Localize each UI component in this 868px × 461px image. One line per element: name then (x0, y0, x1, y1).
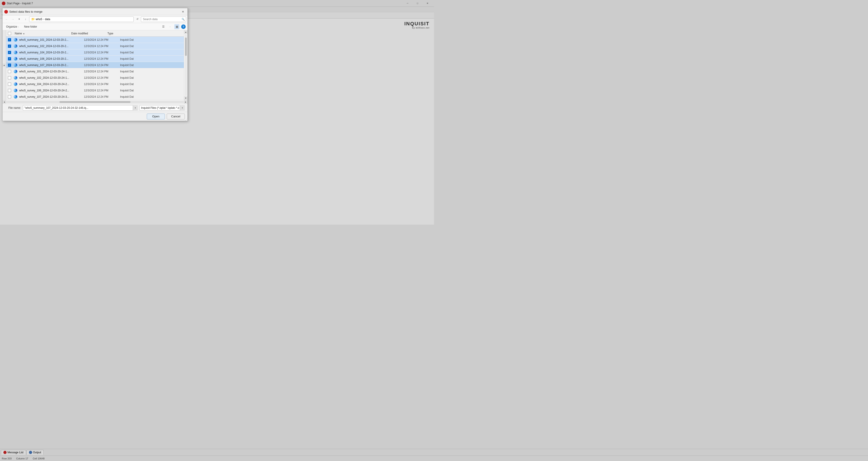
file-icon-col (13, 57, 18, 61)
row-checkbox[interactable]: ✓ (8, 44, 11, 48)
table-row[interactable]: who5_survey_106_2024-12-03-20-24-2... 12… (6, 87, 184, 94)
new-folder-button[interactable]: New folder (22, 24, 39, 29)
filetype-select-wrapper: Inquisit Files (*.iqdat *.iqdatc *.d ▾ (140, 105, 185, 111)
header-date-col: Date modified (69, 32, 105, 35)
select-all-checkbox[interactable] (8, 32, 11, 35)
row-checkbox-col (6, 95, 13, 98)
file-date-cell: 12/3/2024 12:24 PM (82, 89, 118, 92)
filename-dropdown-btn[interactable]: ▾ (133, 105, 138, 111)
search-input[interactable] (141, 17, 186, 22)
file-icon (14, 51, 18, 54)
filename-row: File name: ▾ Inquisit Files (*.iqdat *.i… (2, 103, 187, 112)
file-name-cell: who5_survey_104_2024-12-03-20-24-2... (18, 83, 82, 86)
scroll-right-btn[interactable]: ► (184, 100, 187, 104)
file-icon (14, 82, 18, 86)
dialog-close-button[interactable]: ✕ (180, 9, 186, 14)
row-checkbox-col (6, 83, 13, 86)
dropdown-button[interactable]: ▾ (17, 17, 22, 22)
table-row[interactable]: ✓ who5_summary_106_2024-12-03-20-2... 12… (6, 56, 184, 62)
file-date-cell: 12/3/2024 12:24 PM (82, 51, 118, 54)
table-row[interactable]: who5_survey_101_2024-12-03-20-24-1... 12… (6, 68, 184, 75)
dialog-title-bar: Select data files to merge ✕ (2, 8, 187, 16)
filetype-select[interactable]: Inquisit Files (*.iqdat *.iqdatc *.d (140, 105, 185, 111)
file-type-cell: Inquisit Dat (118, 83, 184, 86)
table-row[interactable]: who5_survey_102_2024-12-03-20-24-1... 12… (6, 75, 184, 81)
row-checkbox-col: ✓ (6, 51, 13, 54)
row-checkbox[interactable] (8, 95, 11, 98)
header-name-col[interactable]: Name ▲ (13, 32, 69, 35)
up-button[interactable]: ↑ (23, 17, 28, 22)
file-date-cell: 12/3/2024 12:24 PM (82, 95, 118, 98)
header-checkbox-col (6, 32, 13, 35)
file-type-cell: Inquisit Dat (118, 57, 184, 60)
header-type-col: Type (105, 32, 184, 35)
file-date-cell: 12/3/2024 12:24 PM (82, 64, 118, 67)
file-list: Name ▲ Date modified Type ✓ who5_summary… (6, 30, 184, 100)
row-checkbox[interactable] (8, 83, 11, 86)
file-type-cell: Inquisit Dat (118, 89, 184, 92)
file-date-cell: 12/3/2024 12:24 PM (82, 76, 118, 80)
file-type-cell: Inquisit Dat (118, 51, 184, 54)
file-icon (14, 95, 18, 99)
file-icon (14, 76, 18, 80)
scroll-up-btn[interactable]: ▲ (184, 30, 188, 34)
row-checkbox[interactable] (8, 76, 11, 80)
file-type-cell: Inquisit Dat (118, 95, 184, 98)
back-button[interactable]: ← (4, 17, 9, 22)
row-checkbox-col: ✓ (6, 38, 13, 41)
refresh-button[interactable]: ↺ (134, 17, 140, 22)
hscroll-thumb (60, 101, 130, 103)
file-name-cell: who5_summary_101_2024-12-03-20-2... (18, 38, 82, 41)
sort-arrow-icon: ▲ (23, 32, 25, 35)
file-date-cell: 12/3/2024 12:24 PM (82, 44, 118, 48)
filename-label: File name: (5, 106, 21, 110)
open-button[interactable]: Open (147, 114, 165, 119)
cancel-button[interactable]: Cancel (167, 114, 185, 119)
filename-input[interactable] (23, 105, 138, 111)
table-row[interactable]: who5_survey_104_2024-12-03-20-24-2... 12… (6, 81, 184, 87)
view-detail-button[interactable]: · (167, 24, 173, 29)
table-row[interactable]: ✓ who5_summary_107_2024-12-03-20-2... 12… (6, 62, 184, 68)
file-name-cell: who5_summary_106_2024-12-03-20-2... (18, 57, 82, 60)
file-type-cell: Inquisit Dat (118, 76, 184, 80)
file-name-cell: who5_summary_104_2024-12-03-20-2... (18, 51, 82, 54)
table-row[interactable]: who5_survey_107_2024-12-03-20-24-3... 12… (6, 94, 184, 100)
row-checkbox[interactable]: ✓ (8, 38, 11, 41)
file-date-cell: 12/3/2024 12:24 PM (82, 83, 118, 86)
resize-grip[interactable]: ⋰ (185, 118, 187, 121)
scroll-down-btn[interactable]: ▼ (184, 96, 188, 100)
file-icon-col (13, 38, 18, 42)
row-checkbox[interactable]: ✓ (8, 51, 11, 54)
view-list-button[interactable]: ☰ (161, 24, 166, 29)
forward-button[interactable]: → (10, 17, 16, 22)
file-name-cell: who5_survey_102_2024-12-03-20-24-1... (18, 76, 82, 80)
view-tile-button[interactable]: ▦ (174, 24, 179, 29)
table-row[interactable]: ✓ who5_summary_101_2024-12-03-20-2... 12… (6, 37, 184, 43)
dialog-action-row: Open Cancel (2, 112, 187, 121)
dialog-title: Select data files to merge (9, 10, 180, 13)
help-button[interactable]: ? (181, 24, 186, 29)
breadcrumb-data[interactable]: data (45, 18, 50, 21)
organize-button[interactable]: Organize · (4, 24, 21, 29)
row-checkbox[interactable]: ✓ (8, 64, 11, 67)
folder-icon: 📁 (31, 18, 35, 21)
scroll-track (185, 34, 187, 96)
row-checkbox-col (6, 76, 13, 80)
file-name-cell: who5_survey_107_2024-12-03-20-24-3... (18, 95, 82, 98)
dialog-toolbar: Organize · New folder ☰ · ▦ ? (2, 23, 187, 30)
scroll-thumb (185, 37, 187, 56)
row-checkbox-col (6, 89, 13, 92)
row-checkbox[interactable] (8, 89, 11, 92)
organize-label: Organize (6, 25, 17, 28)
breadcrumb-who5[interactable]: who5 (36, 18, 42, 21)
row-checkbox[interactable] (8, 70, 11, 73)
row-checkbox[interactable]: ✓ (8, 57, 11, 60)
table-row[interactable]: ✓ who5_summary_102_2024-12-03-20-2... 12… (6, 43, 184, 49)
table-row[interactable]: ✓ who5_summary_104_2024-12-03-20-2... 12… (6, 49, 184, 56)
scroll-up-button[interactable]: ▲ (2, 63, 6, 67)
scroll-left-btn[interactable]: ◄ (2, 100, 6, 104)
file-dialog: Select data files to merge ✕ ← → ▾ ↑ 📁 w… (2, 8, 188, 121)
vertical-scrollbar: ▲ ▼ (184, 30, 187, 100)
file-list-header: Name ▲ Date modified Type (6, 30, 184, 37)
search-box-wrapper: 🔍 (141, 17, 186, 22)
